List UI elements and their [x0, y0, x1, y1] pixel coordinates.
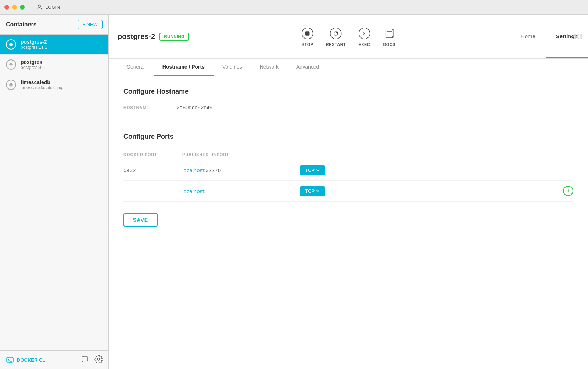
hostname-section: Configure Hostname HOSTNAME 2a60dce62c49	[123, 88, 573, 115]
nav-home[interactable]: Home	[510, 15, 546, 58]
tcp-label-2: TCP	[305, 188, 315, 194]
svg-point-10	[330, 28, 341, 39]
sidebar-item-timescaledb[interactable]: timescaledb timescaledb:latest-pg...	[0, 75, 108, 95]
hostname-section-title: Configure Hostname	[123, 88, 573, 95]
maximize-button[interactable]	[20, 5, 25, 10]
docs-button[interactable]: DOCS	[383, 27, 396, 47]
content-header: postgres-2 RUNNING STOP	[109, 15, 588, 59]
exec-button[interactable]: EXEC	[358, 27, 371, 47]
traffic-lights	[4, 5, 25, 10]
running-icon	[8, 42, 14, 47]
published-host-link-2[interactable]: localhost	[182, 188, 204, 194]
hostname-field-row: HOSTNAME 2a60dce62c49	[123, 104, 573, 115]
exec-icon	[358, 27, 371, 40]
exec-label: EXEC	[358, 42, 370, 47]
tcp-protocol-button-1[interactable]: TCP	[300, 165, 325, 175]
stop-icon	[301, 27, 314, 40]
restart-label: RESTART	[326, 42, 346, 47]
container-image: postgres:11.1	[21, 45, 47, 50]
col-published-label: PUBLISHED IP:PORT	[182, 152, 300, 157]
tcp-label: TCP	[305, 167, 315, 173]
content-area: postgres-2 RUNNING STOP	[109, 15, 588, 369]
docker-cli-icon	[6, 356, 14, 364]
stopped-icon	[8, 62, 14, 67]
container-info: postgres-2 postgres:11.1	[21, 39, 47, 50]
port-published-value: localhost:32770	[182, 167, 300, 173]
svg-rect-6	[7, 357, 13, 362]
main-content: Configure Hostname HOSTNAME 2a60dce62c49…	[109, 76, 588, 369]
chat-icon[interactable]	[80, 355, 89, 365]
sidebar: Containers + NEW postgres-2 postgres:11.…	[0, 15, 109, 369]
minimize-button[interactable]	[12, 5, 17, 10]
svg-rect-12	[386, 29, 393, 38]
login-area[interactable]: LOGIN	[36, 4, 60, 11]
titlebar: LOGIN	[0, 0, 588, 15]
col-docker-port-label: DOCKER PORT	[123, 152, 182, 157]
published-port-value: :32770	[204, 167, 221, 173]
container-name: postgres-2	[21, 39, 47, 45]
container-info: postgres postgres:9.5	[21, 59, 45, 70]
port-published-value-2: localhost:	[182, 188, 300, 194]
tab-general[interactable]: General	[118, 59, 154, 76]
docker-cli-button[interactable]: DOCKER CLI	[6, 356, 47, 364]
add-port-button[interactable]: +	[563, 186, 573, 196]
tab-advanced[interactable]: Advanced	[287, 59, 328, 76]
restart-button[interactable]: RESTART	[326, 27, 346, 47]
running-status-badge: RUNNING	[159, 33, 189, 41]
container-image: postgres:9.5	[21, 65, 45, 70]
container-info: timescaledb timescaledb:latest-pg...	[21, 79, 66, 90]
stop-button[interactable]: STOP	[301, 27, 314, 47]
tab-hostname-ports[interactable]: Hostname / Ports	[154, 59, 214, 76]
port-docker-value: 5432	[123, 167, 182, 173]
stop-label: STOP	[302, 42, 313, 47]
user-icon	[36, 4, 43, 11]
container-status-icon	[6, 80, 16, 90]
svg-point-1	[9, 43, 13, 46]
login-label[interactable]: LOGIN	[45, 4, 60, 10]
container-list: postgres-2 postgres:11.1 postgres postgr…	[0, 35, 108, 350]
svg-rect-9	[306, 32, 309, 35]
new-container-button[interactable]: + NEW	[78, 20, 103, 29]
main-layout: Containers + NEW postgres-2 postgres:11.…	[0, 15, 588, 369]
sidebar-item-postgres[interactable]: postgres postgres:9.5	[0, 55, 108, 75]
ports-section: Configure Ports DOCKER PORT PUBLISHED IP…	[123, 133, 573, 227]
docs-icon	[383, 27, 396, 40]
port-row-1: 5432 localhost:32770 TCP	[123, 160, 573, 181]
close-button[interactable]	[4, 5, 9, 10]
active-container-name: postgres-2	[118, 32, 155, 41]
published-host-link[interactable]: localhost	[182, 167, 204, 173]
restart-icon	[329, 27, 343, 40]
sidebar-footer: DOCKER CLI	[0, 350, 108, 369]
tab-network[interactable]: Network	[251, 59, 287, 76]
tab-bar: General Hostname / Ports Volumes Network…	[109, 59, 588, 76]
tab-volumes[interactable]: Volumes	[214, 59, 251, 76]
stopped-icon	[8, 82, 14, 87]
sidebar-title: Containers	[6, 21, 37, 28]
chevron-down-icon-2	[316, 189, 320, 193]
svg-rect-3	[10, 64, 12, 65]
ports-table-header: DOCKER PORT PUBLISHED IP:PORT	[123, 149, 573, 160]
hostname-field-value[interactable]: 2a60dce62c49	[176, 104, 573, 111]
svg-point-0	[38, 5, 41, 7]
tcp-protocol-button-2[interactable]: TCP	[300, 186, 325, 196]
sidebar-header: Containers + NEW	[0, 15, 108, 35]
svg-point-7	[97, 358, 100, 360]
footer-icons	[80, 355, 103, 365]
docs-label: DOCS	[383, 42, 395, 47]
container-image: timescaledb:latest-pg...	[21, 85, 66, 90]
save-button[interactable]: SAVE	[123, 213, 158, 227]
ports-section-title: Configure Ports	[123, 133, 573, 141]
hostname-field-label: HOSTNAME	[123, 105, 168, 110]
port-row-2: localhost: TCP +	[123, 181, 573, 202]
container-status-icon	[6, 39, 16, 50]
container-status-icon	[6, 59, 16, 70]
published-port-value-2: :	[204, 188, 205, 194]
chevron-down-icon	[316, 169, 320, 172]
ki-logo: KI	[574, 32, 582, 41]
container-name: timescaledb	[21, 79, 66, 85]
docker-cli-label: DOCKER CLI	[17, 357, 47, 363]
svg-rect-5	[10, 84, 12, 86]
toolbar: STOP RESTART	[301, 27, 396, 47]
settings-icon[interactable]	[94, 355, 103, 365]
sidebar-item-postgres-2[interactable]: postgres-2 postgres:11.1	[0, 35, 108, 55]
